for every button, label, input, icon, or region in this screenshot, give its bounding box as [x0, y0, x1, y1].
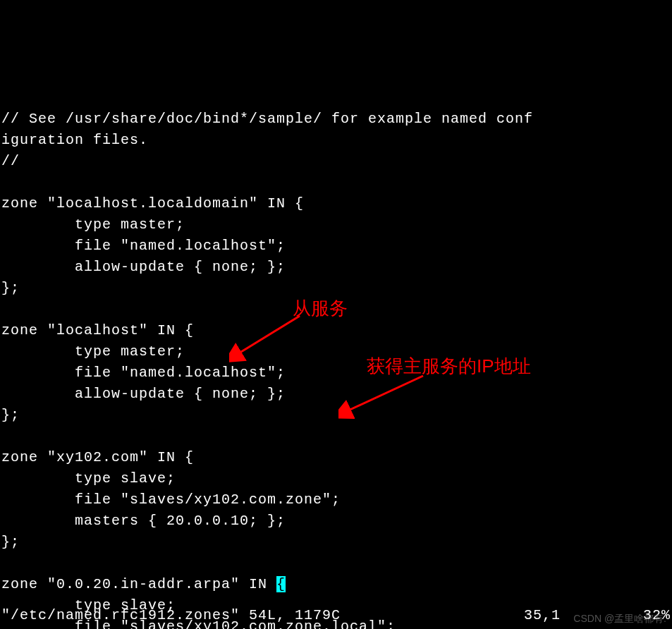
code-line: file "named.localhost";: [1, 362, 671, 384]
code-part: ": [322, 491, 331, 508]
code-line: [1, 426, 671, 447]
code-line: zone "localhost.localdomain" IN {: [1, 193, 671, 214]
code-line: file "slaves/xy102.com.zone";: [1, 489, 671, 511]
watermark-text: CSDN @孟里啥都有.: [573, 611, 666, 626]
cursor-position: {: [276, 576, 286, 592]
code-line: [1, 172, 671, 193]
code-part: zone "0.0.20.in-addr.arpa" IN: [1, 576, 276, 592]
code-line: file "named.localhost";: [1, 236, 671, 257]
annotation-master-ip: 获得主服务的IP地址: [367, 353, 531, 380]
code-line: allow-update { none; };: [1, 384, 671, 405]
code-line: zone "localhost" IN {: [1, 320, 671, 341]
code-line: zone "xy102.com" IN {: [1, 447, 671, 468]
code-line: };: [1, 532, 671, 553]
code-line: // See /usr/share/doc/bind*/sample/ for …: [1, 109, 671, 130]
code-line: [1, 553, 671, 574]
code-line: allow-update { none; };: [1, 257, 671, 278]
code-line: };: [1, 405, 671, 426]
annotation-slave-service: 从服务: [293, 295, 348, 322]
code-line: type master;: [1, 341, 671, 362]
code-line: type slave;: [1, 468, 671, 489]
code-line: type master;: [1, 214, 671, 236]
code-line: //: [1, 151, 671, 172]
code-line: zone "0.0.20.in-addr.arpa" IN {: [1, 574, 671, 595]
code-part: ;: [331, 491, 341, 508]
terminal-editor[interactable]: // See /usr/share/doc/bind*/sample/ for …: [0, 85, 672, 629]
code-line: masters { 20.0.0.10; };: [1, 511, 671, 532]
code-line: iguration files.: [1, 130, 671, 151]
code-part: file "slaves/xy102.com.zone: [1, 491, 322, 508]
vim-status-bar: "/etc/named.rfc1912.zones" 54L, 1179C 35…: [1, 605, 671, 626]
status-file-info: "/etc/named.rfc1912.zones" 54L, 1179C: [1, 605, 341, 626]
